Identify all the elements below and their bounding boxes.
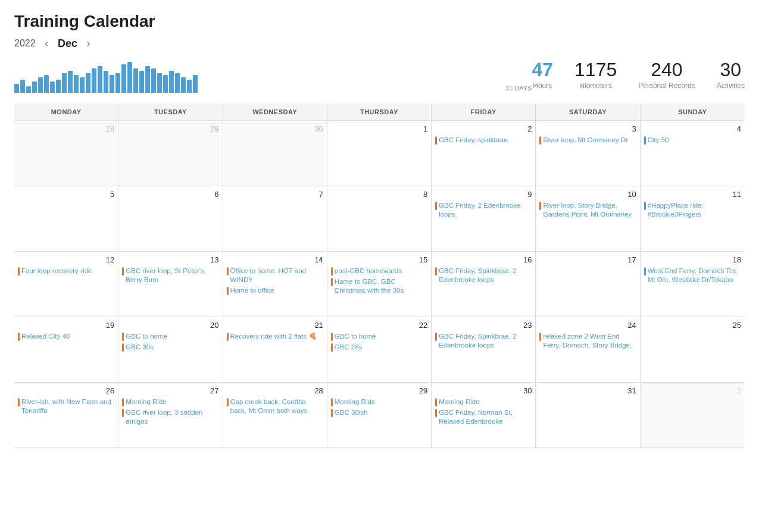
calendar-event[interactable]: #HappyPlace ride: #Brookie3Fingers <box>644 201 741 219</box>
event-title[interactable]: Recovery ride with 2 flats 🍕 <box>230 332 317 341</box>
event-title[interactable]: GBC Friday, 2 Edenbrooke loops <box>439 201 532 219</box>
stats-bar: 31 DAYS 47 Hours 1175 kilometers 240 Per… <box>14 57 745 93</box>
chart-bar <box>145 66 150 93</box>
calendar-event[interactable]: GBC river loop, 3 sodden amigos <box>122 408 218 426</box>
chart-bar <box>163 75 168 93</box>
calendar-event[interactable]: West End Ferry, Dornoch Tce, Mt Om, West… <box>644 267 741 284</box>
chart-bar <box>181 77 186 93</box>
event-title[interactable]: Four loop recovery ride <box>21 267 92 276</box>
calendar-cell: 4City 50 <box>641 121 745 186</box>
calendar-event[interactable]: Office to home. HOT and WINDY <box>227 267 323 284</box>
calendar-event[interactable]: GBC Friday, 2 Edenbrooke loops <box>435 201 532 219</box>
calendar-event[interactable]: GBC Friday, Spinkbrae, 2 Edenbrooke loop… <box>435 267 532 284</box>
event-title[interactable]: GBC Friday, Spinkbrae, 2 Edenbrooke loop… <box>439 267 532 284</box>
calendar-cell: 6 <box>118 186 223 252</box>
calendar-header-cell: SUNDAY <box>641 104 745 120</box>
calendar-grid: 28293012GBC Friday, spinkbrae3River loop… <box>14 121 745 448</box>
day-number: 29 <box>331 386 427 395</box>
calendar-event[interactable]: Morning Ride <box>331 398 427 406</box>
event-indicator <box>122 409 124 417</box>
calendar-event[interactable]: Four loop recovery ride <box>18 267 114 276</box>
event-title[interactable]: River loop, Mt Ommaney Dr <box>543 136 628 145</box>
calendar-cell: 10River loop, Story Bridge, Gardens Poin… <box>536 186 640 252</box>
calendar-header-cell: WEDNESDAY <box>223 104 327 120</box>
event-title[interactable]: Morning Ride <box>439 398 479 406</box>
km-label: kilometers <box>574 82 617 90</box>
chart-bar <box>14 84 19 93</box>
calendar-event[interactable]: relaxed zone 2 West End Ferry, Dornoch, … <box>539 332 636 350</box>
calendar-event[interactable]: Morning Ride <box>435 398 532 406</box>
calendar-event[interactable]: post-GBC homewards <box>331 267 427 276</box>
event-title[interactable]: West End Ferry, Dornoch Tce, Mt Om, West… <box>648 267 741 284</box>
event-title[interactable]: GBC river loop, St Peter's, Berry Burn <box>126 267 218 284</box>
event-title[interactable]: Gap creek back, Coottha back, Mt Omm bot… <box>230 398 323 415</box>
event-indicator <box>227 333 229 341</box>
calendar-cell: 18West End Ferry, Dornoch Tce, Mt Om, We… <box>641 252 745 317</box>
calendar-event[interactable]: Gap creek back, Coottha back, Mt Omm bot… <box>227 398 323 415</box>
calendar-cell: 21Recovery ride with 2 flats 🍕 <box>223 317 327 383</box>
event-title[interactable]: Office to home. HOT and WINDY <box>230 267 323 284</box>
event-title[interactable]: Morning Ride <box>335 398 375 406</box>
event-title[interactable]: GBC river loop, 3 sodden amigos <box>126 408 218 426</box>
event-title[interactable]: post-GBC homewards <box>335 267 402 276</box>
event-title[interactable]: GBC Friday, Spinkbrae, 2 Edenbrooke loop… <box>439 332 532 350</box>
event-title[interactable]: GBC 30ish <box>335 408 368 417</box>
day-number: 10 <box>539 190 636 199</box>
calendar-event[interactable]: GBC Friday, Norman St, Relaxed Edenbrook… <box>435 408 532 426</box>
day-number: 3 <box>539 124 636 133</box>
calendar-event[interactable]: River loop, Mt Ommaney Dr <box>539 136 636 145</box>
event-title[interactable]: GBC 30s <box>126 343 154 352</box>
activities-value: 30 <box>717 60 745 79</box>
calendar-event[interactable]: GBC 28s <box>331 343 427 352</box>
event-title[interactable]: Home to GBC, GBC Christmas with the 30s <box>335 277 427 295</box>
day-number: 5 <box>18 190 114 199</box>
calendar-header-cell: THURSDAY <box>327 104 432 120</box>
calendar-event[interactable]: Home to office <box>227 286 323 295</box>
calendar-event[interactable]: Home to GBC, GBC Christmas with the 30s <box>331 277 427 295</box>
event-title[interactable]: River loop, Story Bridge, Gardens Point,… <box>543 201 636 219</box>
calendar-cell: 25 <box>641 317 745 383</box>
event-indicator <box>18 333 20 341</box>
calendar-event[interactable]: GBC river loop, St Peter's, Berry Burn <box>122 267 218 284</box>
day-number: 21 <box>227 321 323 330</box>
event-title[interactable]: GBC 28s <box>335 343 363 352</box>
event-title[interactable]: River-ish, with New Farm and Teneriffe <box>21 398 114 415</box>
event-indicator <box>227 398 229 406</box>
event-title[interactable]: Relaxed City 40 <box>21 332 70 341</box>
event-title[interactable]: Home to office <box>230 286 274 295</box>
event-title[interactable]: Morning Ride <box>126 398 166 406</box>
calendar-cell: 12Four loop recovery ride <box>14 252 118 317</box>
event-title[interactable]: GBC to home <box>335 332 376 341</box>
calendar-event[interactable]: Morning Ride <box>122 398 218 406</box>
calendar-event[interactable]: River-ish, with New Farm and Teneriffe <box>18 398 114 415</box>
chart-bar <box>26 86 31 93</box>
calendar-cell: 29 <box>118 121 223 186</box>
calendar-event[interactable]: GBC 30ish <box>331 408 427 417</box>
calendar-event[interactable]: City 50 <box>644 136 741 145</box>
calendar-event[interactable]: GBC Friday, spinkbrae <box>435 136 532 145</box>
event-title[interactable]: GBC Friday, Norman St, Relaxed Edenbrook… <box>439 408 532 426</box>
event-title[interactable]: relaxed zone 2 West End Ferry, Dornoch, … <box>543 332 636 350</box>
event-title[interactable]: GBC to home <box>126 332 167 341</box>
calendar-event[interactable]: GBC to home <box>331 332 427 341</box>
calendar-event[interactable]: GBC 30s <box>122 343 218 352</box>
event-title[interactable]: #HappyPlace ride: #Brookie3Fingers <box>648 201 741 219</box>
stat-km: 1175 kilometers <box>574 60 617 90</box>
event-title[interactable]: City 50 <box>648 136 669 145</box>
hours-label: Hours <box>532 82 553 90</box>
next-month-button[interactable]: › <box>83 37 93 50</box>
chart-bar <box>133 68 138 93</box>
event-indicator <box>644 202 646 210</box>
calendar-event[interactable]: River loop, Story Bridge, Gardens Point,… <box>539 201 636 219</box>
calendar-event[interactable]: Relaxed City 40 <box>18 332 114 341</box>
calendar-event[interactable]: Recovery ride with 2 flats 🍕 <box>227 332 323 341</box>
stat-hours: 47 Hours <box>532 60 553 90</box>
day-number: 4 <box>644 124 741 133</box>
chart-bar <box>121 64 126 93</box>
event-title[interactable]: GBC Friday, spinkbrae <box>439 136 507 145</box>
calendar-event[interactable]: GBC to home <box>122 332 218 341</box>
prev-month-button[interactable]: ‹ <box>42 37 52 50</box>
calendar-cell: 28 <box>14 121 118 186</box>
chart-bar <box>127 62 132 93</box>
calendar-event[interactable]: GBC Friday, Spinkbrae, 2 Edenbrooke loop… <box>435 332 532 350</box>
